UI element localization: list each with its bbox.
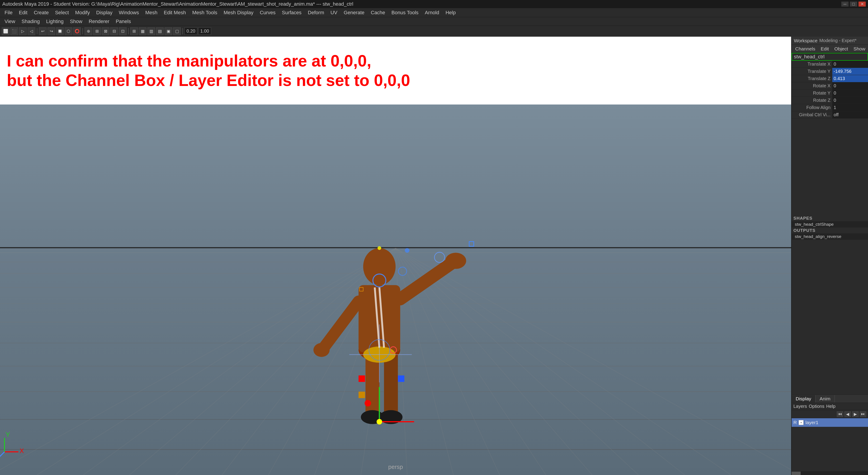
channel-row-0[interactable]: Translate X0 bbox=[792, 61, 868, 68]
view-menu: ViewShadingLightingShowRendererPanels bbox=[0, 17, 791, 26]
layer-row[interactable]: R ▪ layer1 bbox=[792, 418, 868, 427]
svg-point-61 bbox=[377, 246, 381, 250]
nav-next[interactable]: ▶ bbox=[852, 411, 859, 417]
toolbar-btn-16[interactable]: ▥ bbox=[147, 27, 155, 35]
toolbar-btn-8[interactable]: ⭕ bbox=[73, 27, 81, 35]
toolbar-btn-2[interactable]: ▷ bbox=[19, 27, 27, 35]
channel-row-5[interactable]: Rotate Z0 bbox=[792, 97, 868, 104]
toolbar-time-field2[interactable]: 1.00 bbox=[198, 27, 211, 35]
channel-value-2[interactable]: 0.413 bbox=[832, 75, 868, 82]
cb-header-edit[interactable]: Edit bbox=[819, 46, 831, 52]
layers-menu-options[interactable]: Options bbox=[809, 404, 825, 409]
menu-item-curves[interactable]: Curves bbox=[257, 9, 278, 17]
menu-item-bonus-tools[interactable]: Bonus Tools bbox=[389, 9, 421, 17]
toolbar-sep-14 bbox=[128, 28, 129, 34]
toolbar-time-field1[interactable]: 0.20 bbox=[184, 27, 197, 35]
menu-item-windows[interactable]: Windows bbox=[116, 9, 142, 17]
svg-line-16 bbox=[129, 248, 396, 475]
toolbar-btn-10[interactable]: ⊞ bbox=[93, 27, 101, 35]
menu-item-mesh-display[interactable]: Mesh Display bbox=[221, 9, 256, 17]
nav-prev[interactable]: ◀ bbox=[844, 411, 851, 417]
cb-header-show[interactable]: Show bbox=[852, 46, 867, 52]
toolbar-btn-4[interactable]: ↩ bbox=[39, 27, 46, 35]
menu-item-uv[interactable]: UV bbox=[328, 9, 340, 17]
toolbar-btn-18[interactable]: ▣ bbox=[164, 27, 172, 35]
menu-item-modify[interactable]: Modify bbox=[72, 9, 93, 17]
viewport-3d[interactable]: X Y Z persp bbox=[0, 105, 791, 475]
viewmenu-item-shading[interactable]: Shading bbox=[19, 18, 42, 25]
nav-next-next[interactable]: ⏭ bbox=[860, 411, 866, 417]
menu-item-display[interactable]: Display bbox=[93, 9, 115, 17]
layers-menu-layers[interactable]: Layers bbox=[794, 404, 807, 409]
toolbar-btn-6[interactable]: 🔲 bbox=[56, 27, 64, 35]
svg-rect-53 bbox=[398, 376, 404, 382]
channel-value-6[interactable]: 1 bbox=[832, 104, 868, 111]
menu-item-generate[interactable]: Generate bbox=[341, 9, 367, 17]
channel-row-1[interactable]: Translate Y-149.756 bbox=[792, 68, 868, 75]
display-anim-tabs: DisplayAnim bbox=[792, 395, 868, 403]
channel-value-7[interactable]: off bbox=[832, 111, 868, 118]
shapes-item-0[interactable]: stw_head_ctrlShape bbox=[792, 221, 868, 228]
minimize-button[interactable]: ─ bbox=[841, 2, 848, 6]
viewmenu-item-renderer[interactable]: Renderer bbox=[86, 18, 112, 25]
svg-point-60 bbox=[405, 248, 409, 253]
channel-row-3[interactable]: Rotate X0 bbox=[792, 82, 868, 90]
viewmenu-item-lighting[interactable]: Lighting bbox=[43, 18, 66, 25]
toolbar-btn-15[interactable]: ▦ bbox=[139, 27, 147, 35]
toolbar-btn-0[interactable]: ⬜ bbox=[2, 27, 9, 35]
close-button[interactable]: ✕ bbox=[859, 2, 866, 6]
menu-item-mesh[interactable]: Mesh bbox=[143, 9, 160, 17]
shapes-header: SHAPES bbox=[792, 215, 868, 221]
menu-item-cache[interactable]: Cache bbox=[368, 9, 388, 17]
channel-name-6: Follow Align bbox=[792, 105, 832, 110]
outputs-item-0[interactable]: stw_head_align_reverse bbox=[792, 233, 868, 240]
menu-item-mesh-tools[interactable]: Mesh Tools bbox=[189, 9, 220, 17]
object-name-bar[interactable]: stw_head_ctrl bbox=[792, 53, 868, 61]
toolbar-btn-17[interactable]: ▤ bbox=[156, 27, 164, 35]
cb-header-object[interactable]: Object bbox=[833, 46, 850, 52]
menu-item-edit[interactable]: Edit bbox=[16, 9, 30, 17]
toolbar-btn-12[interactable]: ⊟ bbox=[110, 27, 118, 35]
h-scrollbar[interactable] bbox=[792, 471, 868, 475]
svg-point-48 bbox=[398, 267, 407, 275]
viewmenu-item-panels[interactable]: Panels bbox=[113, 18, 133, 25]
channel-value-4[interactable]: 0 bbox=[832, 90, 868, 96]
channel-row-6[interactable]: Follow Align1 bbox=[792, 104, 868, 111]
menu-item-file[interactable]: File bbox=[2, 9, 15, 17]
toolbar-btn-1[interactable]: ⬛ bbox=[10, 27, 18, 35]
menu-item-surfaces[interactable]: Surfaces bbox=[279, 9, 304, 17]
channel-value-5[interactable]: 0 bbox=[832, 97, 868, 104]
menu-item-arnold[interactable]: Arnold bbox=[422, 9, 442, 17]
viewport-area[interactable]: I can confirm that the manipulators are … bbox=[0, 37, 791, 475]
layers-menu-help[interactable]: Help bbox=[826, 404, 835, 409]
scrollbar-thumb[interactable] bbox=[792, 472, 801, 475]
channel-value-3[interactable]: 0 bbox=[832, 82, 868, 89]
toolbar-btn-5[interactable]: ↪ bbox=[48, 27, 55, 35]
tab-display[interactable]: Display bbox=[792, 395, 815, 403]
tab-anim[interactable]: Anim bbox=[815, 395, 835, 403]
channel-value-1[interactable]: -149.756 bbox=[832, 68, 868, 75]
toolbar-btn-19[interactable]: ▢ bbox=[173, 27, 181, 35]
viewmenu-item-show[interactable]: Show bbox=[67, 18, 85, 25]
menu-item-deform[interactable]: Deform bbox=[305, 9, 327, 17]
viewmenu-item-view[interactable]: View bbox=[2, 18, 18, 25]
toolbar-btn-11[interactable]: ⊠ bbox=[102, 27, 110, 35]
channel-row-7[interactable]: Gimbal Ctrl Vi...off bbox=[792, 111, 868, 119]
workspace-mode[interactable]: Modeling - Expert* bbox=[819, 38, 857, 43]
menu-item-create[interactable]: Create bbox=[31, 9, 51, 17]
cb-header-channels[interactable]: Channels bbox=[794, 46, 817, 52]
workspace-label[interactable]: Workspace bbox=[794, 38, 817, 43]
menu-item-help[interactable]: Help bbox=[443, 9, 458, 17]
menu-item-select[interactable]: Select bbox=[52, 9, 71, 17]
toolbar-btn-14[interactable]: ⊞ bbox=[130, 27, 138, 35]
toolbar-btn-9[interactable]: ⊕ bbox=[85, 27, 92, 35]
channel-row-2[interactable]: Translate Z0.413 bbox=[792, 75, 868, 82]
toolbar-btn-7[interactable]: ⬡ bbox=[65, 27, 72, 35]
channel-row-4[interactable]: Rotate Y0 bbox=[792, 90, 868, 97]
maximize-button[interactable]: □ bbox=[850, 2, 857, 6]
channel-value-0[interactable]: 0 bbox=[832, 61, 868, 68]
nav-prev-prev[interactable]: ⏮ bbox=[837, 411, 843, 417]
menu-item-edit-mesh[interactable]: Edit Mesh bbox=[161, 9, 189, 17]
toolbar-btn-13[interactable]: ⊡ bbox=[119, 27, 127, 35]
toolbar-btn-3[interactable]: ◁ bbox=[28, 27, 35, 35]
